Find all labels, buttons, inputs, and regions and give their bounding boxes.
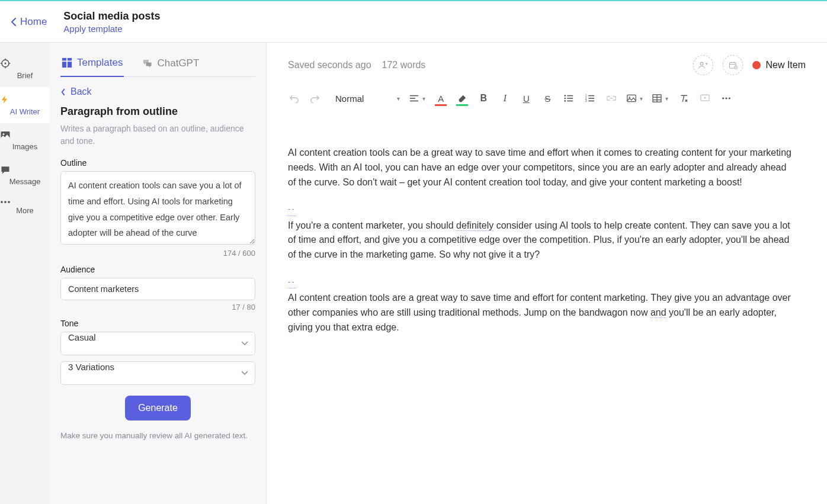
font-color-button[interactable]: A — [435, 92, 447, 104]
outline-counter: 174 / 600 — [60, 249, 255, 258]
back-link[interactable]: Back — [60, 86, 255, 97]
dots-icon — [0, 200, 50, 204]
align-button[interactable]: ▾ — [409, 94, 425, 102]
comment-plus-icon — [700, 94, 710, 103]
svg-point-7 — [3, 133, 5, 135]
image-icon — [0, 130, 50, 140]
tone-select[interactable]: Casual — [60, 332, 255, 355]
editor-area: Saved seconds ago 172 words New Item — [267, 43, 827, 504]
add-date-button[interactable] — [723, 55, 743, 75]
spellcheck-word[interactable]: definitely — [456, 220, 493, 231]
rail-label: Brief — [17, 71, 33, 80]
back-label: Back — [70, 86, 92, 97]
chevron-down-icon: ▾ — [422, 95, 425, 102]
saved-status: Saved seconds ago — [288, 60, 371, 70]
svg-rect-11 — [62, 58, 66, 61]
paragraph[interactable]: AI content creation tools can be a great… — [288, 146, 791, 190]
rail-label: More — [16, 206, 34, 215]
bullet-list-button[interactable] — [563, 92, 575, 104]
status-dot-icon — [752, 61, 761, 69]
chevron-down-icon: ▾ — [640, 95, 643, 102]
templates-icon — [62, 57, 72, 68]
rail-item-images[interactable]: Images — [0, 123, 50, 158]
separator: -- — [288, 203, 296, 216]
calendar-plus-icon — [729, 61, 738, 69]
spellcheck-word[interactable]: and — [650, 307, 666, 318]
sidebar: Templates ChatGPT Back Paragraph from ou… — [50, 43, 267, 504]
bullet-list-icon — [564, 94, 573, 102]
image-insert-button[interactable]: ▾ — [627, 94, 643, 102]
svg-rect-13 — [62, 62, 66, 68]
svg-point-49 — [722, 97, 724, 99]
style-select-label: Normal — [335, 94, 366, 104]
bold-button[interactable]: B — [477, 92, 489, 104]
tab-chatgpt[interactable]: ChatGPT — [140, 51, 200, 76]
audience-label: Audience — [60, 265, 255, 274]
italic-button[interactable]: I — [499, 92, 511, 104]
document-body[interactable]: AI content creation tools can be a great… — [288, 146, 791, 335]
chevron-down-icon: ▾ — [397, 95, 400, 102]
numbered-list-button[interactable]: 123 — [584, 92, 596, 104]
rail-label: Message — [9, 177, 41, 186]
clear-format-button[interactable] — [678, 92, 690, 104]
outline-textarea[interactable] — [60, 171, 255, 245]
header: Home Social media posts Apply template — [0, 1, 827, 43]
generate-button[interactable]: Generate — [125, 396, 191, 420]
chevron-down-icon: ▾ — [665, 95, 668, 102]
strikethrough-button[interactable]: S — [541, 92, 553, 104]
svg-rect-14 — [68, 62, 72, 68]
svg-point-28 — [565, 95, 566, 97]
paragraph[interactable]: AI content creation tools are a great wa… — [288, 291, 791, 335]
rail-label: AI Writer — [10, 107, 40, 116]
rail-item-message[interactable]: Message — [0, 158, 50, 193]
svg-point-15 — [701, 62, 704, 65]
svg-text:3: 3 — [585, 99, 587, 102]
add-collaborator-button[interactable] — [693, 55, 713, 75]
clear-format-icon — [679, 94, 688, 103]
tone-label: Tone — [60, 319, 255, 328]
separator: -- — [288, 276, 296, 288]
redo-button[interactable] — [309, 92, 321, 104]
table-insert-button[interactable]: ▾ — [652, 94, 668, 102]
rail-item-more[interactable]: More — [0, 193, 50, 222]
table-icon — [652, 94, 662, 102]
svg-point-1 — [5, 63, 7, 65]
chevron-left-icon — [11, 18, 17, 26]
new-item-label: New Item — [765, 60, 806, 70]
link-button[interactable] — [605, 92, 617, 104]
highlight-button[interactable] — [456, 92, 468, 104]
paragraph[interactable]: If you're a content marketer, you should… — [288, 219, 791, 262]
editor-toolbar: Normal ▾ ▾ A B I U S — [288, 88, 806, 116]
header-titles: Social media posts Apply template — [63, 10, 160, 34]
tab-templates[interactable]: Templates — [60, 51, 124, 77]
tab-label: ChatGPT — [157, 57, 199, 69]
more-options-button[interactable] — [720, 92, 732, 104]
person-plus-icon — [698, 61, 708, 69]
highlighter-icon — [457, 94, 467, 102]
undo-icon — [289, 94, 299, 103]
panel-title: Paragraph from outline — [60, 105, 255, 118]
align-left-icon — [409, 94, 419, 102]
svg-point-8 — [1, 201, 3, 203]
svg-point-50 — [726, 97, 727, 99]
rail-item-ai-writer[interactable]: AI Writer — [0, 87, 50, 123]
target-icon — [0, 58, 50, 69]
redo-icon — [310, 94, 320, 103]
outline-label: Outline — [60, 158, 255, 168]
svg-point-32 — [565, 100, 566, 102]
review-note: Make sure you manually review all AI gen… — [60, 430, 255, 442]
rail-label: Images — [12, 142, 38, 151]
variations-select[interactable]: 3 Variations — [60, 361, 255, 385]
audience-input[interactable] — [60, 278, 255, 300]
chat-icon — [0, 165, 50, 175]
chat-bubbles-icon — [142, 58, 152, 69]
comment-button[interactable] — [699, 92, 711, 104]
home-link[interactable]: Home — [11, 16, 47, 28]
link-icon — [607, 94, 616, 102]
undo-button[interactable] — [288, 92, 300, 104]
underline-button[interactable]: U — [520, 92, 532, 104]
paragraph-style-select[interactable]: Normal ▾ — [335, 94, 400, 104]
rail-item-brief[interactable]: Brief — [0, 51, 50, 87]
new-item-status[interactable]: New Item — [752, 60, 806, 70]
apply-template-link[interactable]: Apply template — [63, 24, 160, 34]
